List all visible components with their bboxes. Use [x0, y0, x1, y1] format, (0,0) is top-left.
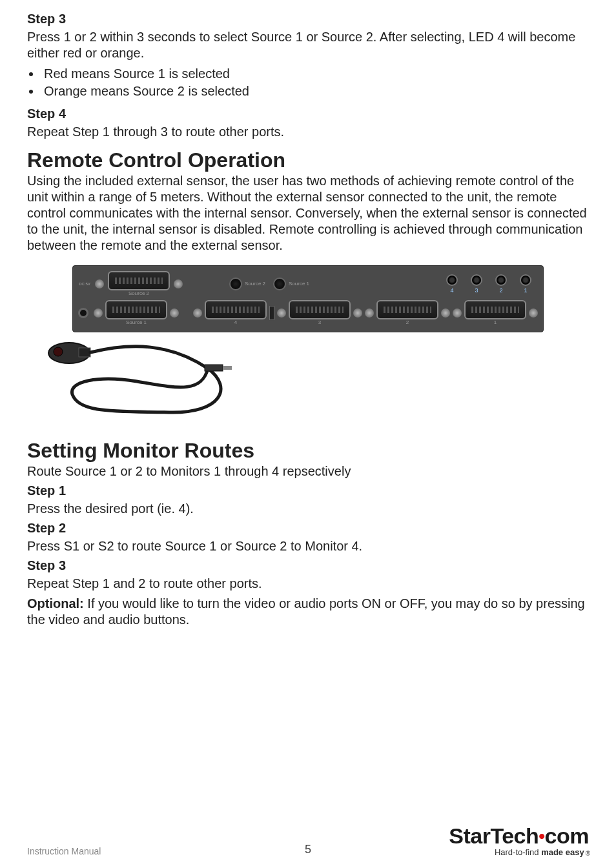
svg-point-1 [54, 347, 63, 356]
dc-5v-text: DC 5V [79, 282, 90, 286]
led-3-icon [471, 274, 482, 286]
device-back-panel: DC 5V Source 2 Source 2 Source 1 4 [72, 265, 544, 332]
led-4-label: 4 [450, 287, 453, 294]
setting-step3-paragraph: Repeat Step 1 and 2 to route other ports… [27, 576, 589, 592]
tagline-part-b: made easy [541, 847, 584, 857]
out3-label: 3 [318, 319, 321, 325]
source2-label: Source 2 [128, 290, 149, 296]
out4-label: 4 [234, 319, 237, 325]
screw-icon [441, 308, 450, 318]
out1-label: 1 [494, 319, 497, 325]
footer-left-text: Instruction Manual [27, 846, 101, 856]
setting-step2-heading: Step 2 [27, 521, 589, 536]
screw-icon [365, 308, 374, 318]
out2-label: 2 [406, 319, 409, 325]
step3-bullet-list: Red means Source 1 is selected Orange me… [27, 65, 589, 100]
step3-heading: Step 3 [27, 12, 589, 26]
btn-source1-label: Source 1 [289, 281, 309, 287]
source1-button [273, 278, 286, 290]
setting-monitor-routes-heading: Setting Monitor Routes [27, 439, 589, 462]
brand-part-com: com [545, 823, 589, 848]
ir-sensor-cable-icon [40, 336, 544, 420]
setting-step3-heading: Step 3 [27, 558, 589, 573]
led-2-icon [495, 274, 507, 286]
hdmi-out-2 [376, 300, 438, 319]
registered-mark: ® [586, 850, 590, 857]
brand-part-star: Star [449, 823, 490, 848]
led-2-label: 2 [499, 287, 502, 294]
screw-icon [170, 308, 179, 318]
screw-icon [453, 308, 462, 318]
svg-rect-4 [223, 366, 232, 370]
optional-text: If you would like to turn the video or a… [27, 596, 585, 627]
screw-icon [174, 279, 183, 288]
setting-step1-paragraph: Press the desired port (ie. 4). [27, 501, 589, 517]
led-3-label: 3 [475, 287, 478, 294]
screw-icon [193, 308, 202, 318]
led-1-icon [520, 274, 531, 286]
svg-rect-2 [79, 348, 90, 357]
source2-button [229, 278, 242, 290]
step3-paragraph: Press 1 or 2 within 3 seconds to select … [27, 29, 589, 61]
startech-logo: StarTech•com Hard-to-find made easy® [449, 825, 589, 856]
dc-jack-label: DC 5V [78, 277, 91, 291]
hdmi-port-source1 [105, 300, 167, 319]
brand-dot-icon: • [539, 826, 544, 846]
list-item: Orange means Source 2 is selected [41, 83, 589, 100]
hdmi-out-4 [205, 300, 267, 319]
step4-heading: Step 4 [27, 106, 589, 121]
led-4-icon [446, 274, 458, 286]
screw-icon [353, 308, 362, 318]
setting-step2-paragraph: Press S1 or S2 to route Source 1 or Sour… [27, 538, 589, 554]
screw-icon [95, 279, 104, 288]
screw-icon [529, 308, 538, 318]
list-item: Red means Source 1 is selected [41, 65, 589, 83]
hdmi-port-source2 [108, 271, 170, 290]
page-number: 5 [305, 843, 311, 856]
screw-icon [277, 308, 286, 318]
brand-part-tech: Tech [490, 823, 539, 848]
source1-label: Source 1 [126, 319, 147, 325]
page-footer: Instruction Manual 5 StarTech•com Hard-t… [27, 825, 589, 856]
screw-icon [94, 308, 103, 318]
tagline-part-a: Hard-to-find [495, 847, 541, 857]
remote-sensor-jack [269, 306, 274, 320]
led-1-label: 1 [524, 287, 527, 294]
svg-rect-3 [205, 365, 223, 371]
device-figure: DC 5V Source 2 Source 2 Source 1 4 [72, 265, 544, 420]
hdmi-out-1 [464, 300, 526, 319]
setting-step1-heading: Step 1 [27, 483, 589, 498]
hdmi-out-3 [289, 300, 351, 319]
dc-plug-icon [78, 308, 88, 318]
optional-paragraph: Optional: If you would like to turn the … [27, 596, 589, 628]
remote-control-paragraph: Using the included external sensor, the … [27, 173, 589, 254]
step4-paragraph: Repeat Step 1 through 3 to route other p… [27, 124, 589, 140]
remote-control-heading: Remote Control Operation [27, 149, 589, 172]
optional-label: Optional: [27, 596, 84, 611]
setting-intro-paragraph: Route Source 1 or 2 to Monitors 1 throug… [27, 463, 589, 479]
btn-source2-label: Source 2 [245, 281, 265, 287]
